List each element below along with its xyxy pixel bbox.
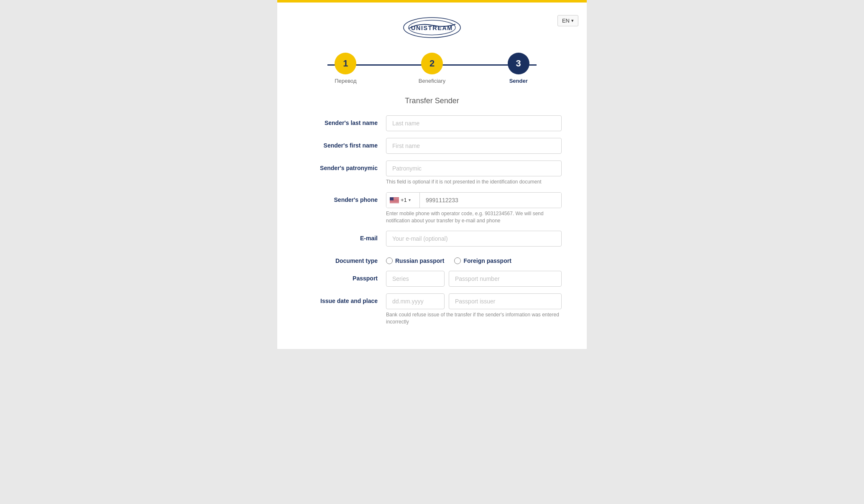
- main-card: UNISTREAM EN 1 Перевод 2 Beneficiary: [277, 0, 587, 349]
- email-row: E-mail: [302, 231, 562, 247]
- issue-date-label: Issue date and place: [302, 293, 386, 304]
- last-name-input[interactable]: [386, 115, 562, 131]
- passport-number-input[interactable]: [449, 271, 562, 287]
- issue-date-input[interactable]: [386, 293, 445, 309]
- phone-input-group: +1 ▾: [386, 192, 562, 208]
- russian-passport-label: Russian passport: [395, 257, 444, 264]
- svg-rect-16: [390, 197, 394, 201]
- first-name-input[interactable]: [386, 138, 562, 154]
- document-type-label: Document type: [302, 253, 386, 264]
- patronymic-label: Sender's patronymic: [302, 160, 386, 171]
- step-1: 1 Перевод: [302, 53, 389, 84]
- step-2-circle: 2: [421, 53, 443, 74]
- step-3-circle: 3: [508, 53, 529, 74]
- svg-rect-10: [390, 200, 399, 201]
- issue-input-group: [386, 293, 562, 309]
- last-name-label: Sender's last name: [302, 115, 386, 126]
- document-type-radio-group: Russian passport Foreign passport: [386, 253, 562, 264]
- foreign-passport-radio[interactable]: [454, 257, 461, 264]
- step-1-label: Перевод: [335, 78, 356, 84]
- phone-hint: Enter mobile phone with operator code, e…: [386, 210, 562, 224]
- svg-rect-12: [390, 201, 399, 201]
- passport-series-input[interactable]: [386, 271, 445, 287]
- first-name-row: Sender's first name: [302, 138, 562, 154]
- issue-hint: Bank could refuse issue of the transfer …: [386, 311, 562, 326]
- passport-label: Passport: [302, 271, 386, 282]
- svg-rect-14: [390, 202, 399, 203]
- logo-area: UNISTREAM: [399, 15, 465, 40]
- foreign-passport-label: Foreign passport: [463, 257, 511, 264]
- phone-row: Sender's phone: [302, 192, 562, 224]
- step-1-circle: 1: [335, 53, 356, 74]
- email-input[interactable]: [386, 231, 562, 247]
- patronymic-hint: This field is optional if it is not pres…: [386, 178, 562, 186]
- step-2-label: Beneficiary: [419, 78, 445, 84]
- first-name-label: Sender's first name: [302, 138, 386, 149]
- foreign-passport-option[interactable]: Foreign passport: [454, 257, 511, 264]
- svg-rect-11: [390, 201, 399, 201]
- phone-label: Sender's phone: [302, 192, 386, 203]
- form-title: Transfer Sender: [302, 97, 562, 105]
- svg-rect-13: [390, 202, 399, 202]
- phone-wrap: +1 ▾ Enter mobile phone with operator co…: [386, 192, 562, 224]
- lang-label: EN: [562, 18, 570, 24]
- phone-country-selector[interactable]: +1 ▾: [386, 193, 420, 208]
- patronymic-wrap: This field is optional if it is not pres…: [386, 160, 562, 186]
- issue-date-row: Issue date and place Bank could refuse i…: [302, 293, 562, 326]
- stepper: 1 Перевод 2 Beneficiary 3 Sender: [277, 48, 587, 88]
- document-type-wrap: Russian passport Foreign passport: [386, 253, 562, 264]
- last-name-wrap: [386, 115, 562, 131]
- passport-wrap: [386, 271, 562, 287]
- email-wrap: [386, 231, 562, 247]
- step-2: 2 Beneficiary: [389, 53, 475, 84]
- step-3: 3 Sender: [475, 53, 562, 84]
- svg-rect-15: [390, 203, 399, 203]
- phone-number-input[interactable]: [420, 193, 561, 208]
- passport-row: Passport: [302, 271, 562, 287]
- step-3-label: Sender: [509, 78, 528, 84]
- email-label: E-mail: [302, 231, 386, 242]
- header: UNISTREAM EN: [277, 3, 587, 48]
- patronymic-row: Sender's patronymic This field is option…: [302, 160, 562, 186]
- russian-passport-radio[interactable]: [386, 257, 393, 264]
- country-code-label: +1: [401, 197, 407, 203]
- language-button[interactable]: EN: [557, 15, 578, 26]
- transfer-sender-form: Transfer Sender Sender's last name Sende…: [277, 92, 587, 326]
- country-dropdown-arrow: ▾: [409, 198, 411, 202]
- russian-passport-option[interactable]: Russian passport: [386, 257, 444, 264]
- svg-text:UNISTREAM: UNISTREAM: [411, 25, 453, 31]
- patronymic-input[interactable]: [386, 160, 562, 176]
- unistream-logo: UNISTREAM: [399, 15, 465, 40]
- us-flag-icon: [390, 197, 399, 203]
- last-name-row: Sender's last name: [302, 115, 562, 131]
- passport-input-group: [386, 271, 562, 287]
- passport-issuer-input[interactable]: [449, 293, 562, 309]
- issue-date-wrap: Bank could refuse issue of the transfer …: [386, 293, 562, 326]
- page-wrapper: UNISTREAM EN 1 Перевод 2 Beneficiary: [0, 0, 864, 504]
- first-name-wrap: [386, 138, 562, 154]
- document-type-row: Document type Russian passport Foreign p…: [302, 253, 562, 264]
